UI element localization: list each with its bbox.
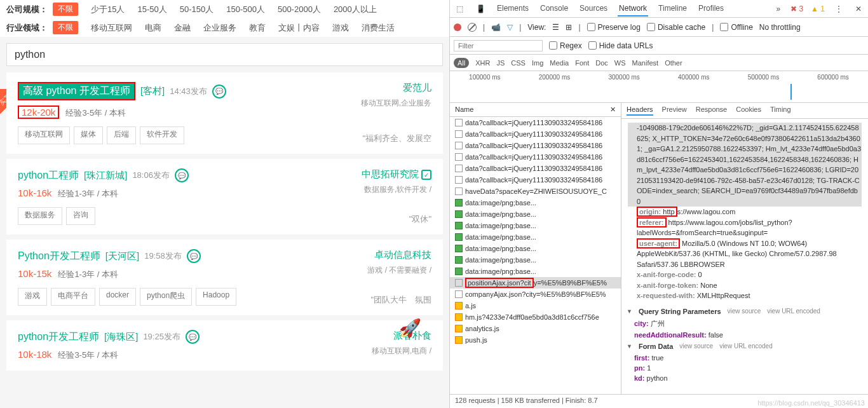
job-card[interactable]: python工程师 [珠江新城] 18:06发布 💬 10k-16k经验1-3年… [6, 159, 443, 235]
devtools-tab-sources[interactable]: Sources [578, 1, 609, 17]
job-tag[interactable]: 电商平台 [51, 288, 95, 306]
job-tag[interactable]: 数据服务 [18, 207, 62, 225]
clear-button[interactable] [468, 23, 477, 32]
company-name[interactable]: 卓动信息科技 [374, 249, 431, 260]
job-title[interactable]: python开发工程师 [18, 330, 99, 344]
request-row[interactable]: data:image/png;base... [450, 254, 621, 266]
detail-tab-preview[interactable]: Preview [662, 105, 687, 116]
message-icon[interactable]: 💬 [187, 249, 201, 263]
rocket-icon[interactable]: 🚀 [399, 318, 421, 339]
inspect-icon[interactable]: ⬚ [454, 3, 466, 15]
job-card[interactable]: 高级 python 开发工程师 [客村] 14:43发布 💬 12k-20k经验… [6, 72, 443, 154]
job-tag[interactable]: python爬虫 [140, 288, 192, 306]
filter-input[interactable] [454, 40, 543, 51]
request-row[interactable]: push.js [450, 334, 621, 346]
request-row[interactable]: data?callback=jQuery111309033249584186 [450, 128, 621, 140]
request-row[interactable]: companyAjax.json?city=%E5%B9%BF%E5% [450, 289, 621, 300]
filter-tag-active[interactable]: 不限 [53, 21, 78, 34]
search-input[interactable]: python [6, 43, 443, 66]
type-filter-img[interactable]: Img [532, 59, 543, 67]
warning-count[interactable]: ▲ 1 [811, 4, 825, 13]
error-count[interactable]: ✖ 3 [790, 4, 803, 13]
job-title[interactable]: Python开发工程师 [18, 250, 100, 263]
type-filter-css[interactable]: CSS [511, 59, 526, 67]
company-name[interactable]: 中思拓研究院 [362, 168, 419, 179]
job-tag[interactable]: docker [99, 288, 136, 306]
preserve-log-checkbox[interactable]: Preserve log [587, 23, 641, 32]
type-filter-other[interactable]: Other [665, 59, 682, 67]
detail-tab-cookies[interactable]: Cookies [736, 105, 761, 116]
devtools-tab-network[interactable]: Network [618, 1, 648, 17]
job-tag[interactable]: 移动互联网 [18, 126, 70, 144]
close-details-icon[interactable]: ✕ [610, 105, 616, 114]
job-location[interactable]: [珠江新城] [84, 170, 127, 182]
request-row[interactable]: data?callback=jQuery111309033249584186 [450, 117, 621, 128]
query-params-section[interactable]: Query String Parameters view source view… [621, 305, 868, 318]
job-location[interactable]: [客村] [140, 85, 165, 97]
detail-tab-headers[interactable]: Headers [627, 105, 653, 116]
hide-data-urls-checkbox[interactable]: Hide data URLs [588, 41, 653, 50]
request-row[interactable]: positionAjax.json?city=%E5%B9%BF%E5% [450, 277, 621, 289]
request-row[interactable]: data?callback=jQuery111309033249584186 [450, 174, 621, 186]
job-tag[interactable]: 媒体 [74, 126, 103, 144]
job-card[interactable]: Python开发工程师 [天河区] 19:58发布 💬 10k-15k经验1-3… [6, 240, 443, 315]
job-location[interactable]: [天河区] [105, 250, 139, 262]
type-filter-manifest[interactable]: Manifest [632, 59, 659, 67]
view-large-icon[interactable]: ⊞ [566, 23, 572, 32]
device-icon[interactable]: 📱 [473, 3, 488, 15]
message-icon[interactable]: 💬 [186, 330, 200, 344]
offline-checkbox[interactable]: Offline [720, 23, 752, 32]
type-filter-all[interactable]: All [454, 58, 469, 68]
disable-cache-checkbox[interactable]: Disable cache [647, 23, 705, 32]
type-filter-xhr[interactable]: XHR [475, 59, 490, 67]
request-row[interactable]: data:image/png;base... [450, 243, 621, 254]
message-icon[interactable]: 💬 [175, 168, 189, 182]
job-location[interactable]: [海珠区] [104, 331, 138, 343]
type-filter-font[interactable]: Font [575, 59, 589, 67]
filter-tag-active[interactable]: 不限 [53, 3, 78, 16]
detail-tab-timing[interactable]: Timing [770, 105, 791, 116]
detail-tab-response[interactable]: Response [696, 105, 728, 116]
camera-icon[interactable]: 📹 [491, 23, 501, 32]
request-row[interactable]: data:image/png;base... [450, 220, 621, 231]
job-tag[interactable]: 咨询 [66, 207, 95, 225]
more-tabs-icon[interactable]: » [773, 3, 783, 15]
job-tag[interactable]: 后端 [107, 126, 136, 144]
timeline[interactable]: 100000 ms200000 ms300000 ms400000 ms5000… [450, 71, 868, 103]
request-row[interactable]: data?callback=jQuery111309033249584186 [450, 140, 621, 151]
throttling-select[interactable]: No throttling [759, 23, 801, 32]
close-icon[interactable]: ✕ [853, 3, 864, 15]
type-filter-doc[interactable]: Doc [595, 59, 608, 67]
devtools-tab-elements[interactable]: Elements [496, 1, 530, 17]
company-name[interactable]: 爱范儿 [403, 82, 431, 93]
type-filter-ws[interactable]: WS [614, 59, 626, 67]
type-filter-js[interactable]: JS [496, 59, 505, 67]
job-tag[interactable]: Hadoop [196, 288, 236, 306]
request-row[interactable]: data:image/png;base... [450, 197, 621, 208]
record-button[interactable] [454, 24, 461, 31]
request-row[interactable]: data?callback=jQuery111309033249584186 [450, 151, 621, 163]
request-row[interactable]: data?callback=jQuery111309033249584186 [450, 163, 621, 174]
request-row[interactable]: data:image/png;base... [450, 231, 621, 243]
devtools-tab-console[interactable]: Console [539, 1, 569, 17]
request-row[interactable]: a.js [450, 300, 621, 311]
devtools-tab-profiles[interactable]: Profiles [697, 1, 725, 17]
job-title[interactable]: python工程师 [18, 169, 79, 182]
filter-icon[interactable]: ▽ [507, 23, 513, 32]
request-row[interactable]: analytics.js [450, 323, 621, 334]
job-card[interactable]: python开发工程师 [海珠区] 19:25发布 💬 10k-18k经验3-5… [6, 320, 443, 371]
request-row[interactable]: hm.js?4233e74dff0ae5bd0a3d81c6ccf756e [450, 311, 621, 323]
menu-icon[interactable]: ⋮ [832, 3, 845, 15]
form-data-section[interactable]: Form Data view source view URL encoded [621, 340, 868, 353]
devtools-tab-timeline[interactable]: Timeline [657, 1, 688, 17]
request-row[interactable]: data:image/png;base... [450, 208, 621, 220]
type-filter-media[interactable]: Media [550, 59, 569, 67]
job-tag[interactable]: 软件开发 [140, 126, 184, 144]
message-icon[interactable]: 💬 [212, 85, 226, 99]
view-list-icon[interactable]: ☰ [552, 23, 559, 32]
request-row[interactable]: haveData?spaceKey=ZHIWEISOUSUOYE_C [450, 186, 621, 197]
request-row[interactable]: data:image/png;base... [450, 266, 621, 277]
job-tag[interactable]: 游戏 [18, 288, 47, 306]
job-title[interactable]: 高级 python 开发工程师 [18, 82, 135, 100]
regex-checkbox[interactable]: Regex [549, 41, 582, 50]
